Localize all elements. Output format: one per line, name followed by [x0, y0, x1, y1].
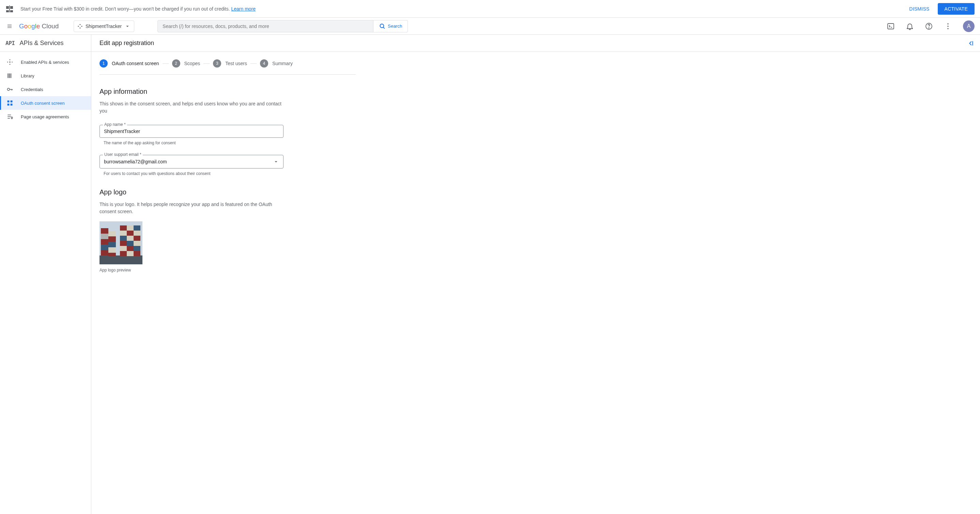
- sidebar-item-credentials[interactable]: Credentials: [0, 83, 91, 96]
- app-logo-desc: This is your logo. It helps people recog…: [100, 201, 283, 215]
- sidebar: API APIs & Services Enabled APIs & servi…: [0, 35, 91, 514]
- svg-point-9: [80, 24, 80, 25]
- svg-point-19: [947, 23, 949, 24]
- help-icon[interactable]: [925, 22, 933, 30]
- step-oauth-consent[interactable]: 1 OAuth consent screen: [100, 59, 159, 67]
- svg-rect-59: [127, 231, 134, 236]
- search-container: Search: [158, 20, 408, 32]
- app-information-section: App information This shows in the consen…: [100, 75, 356, 176]
- svg-rect-29: [11, 73, 11, 78]
- sidebar-item-label: Page usage agreements: [21, 114, 69, 120]
- page-usage-icon: [6, 113, 13, 120]
- svg-rect-62: [127, 236, 134, 241]
- project-icon: [77, 24, 83, 29]
- sidebar-item-enabled-apis[interactable]: Enabled APIs & services: [0, 55, 91, 69]
- menu-icon[interactable]: [5, 22, 14, 30]
- app-name-label: App name *: [103, 122, 127, 127]
- notifications-icon[interactable]: [906, 22, 914, 30]
- svg-rect-69: [134, 246, 140, 251]
- more-icon[interactable]: [944, 22, 952, 30]
- api-logo: API: [5, 40, 15, 46]
- step-label: Scopes: [185, 61, 200, 66]
- main-header: Edit app registration: [91, 35, 980, 52]
- svg-rect-66: [134, 241, 140, 246]
- credentials-icon: [6, 86, 13, 93]
- search-button-label: Search: [388, 24, 402, 29]
- step-divider: [162, 64, 169, 64]
- svg-rect-51: [108, 236, 116, 242]
- app-logo-heading: App logo: [100, 188, 356, 196]
- svg-point-24: [10, 64, 11, 65]
- svg-rect-4: [9, 5, 10, 12]
- sidebar-item-label: Library: [21, 73, 34, 78]
- sidebar-item-page-usage[interactable]: Page usage agreements: [0, 110, 91, 123]
- svg-rect-27: [8, 73, 8, 78]
- svg-rect-3: [10, 10, 13, 12]
- svg-rect-28: [9, 73, 10, 78]
- support-email-field: User support email * burrowsamelia72@gma…: [100, 155, 283, 169]
- support-email-value: burrowsamelia72@gmail.com: [104, 159, 167, 164]
- svg-line-14: [383, 27, 385, 28]
- sidebar-title: APIs & Services: [19, 40, 64, 47]
- svg-rect-34: [8, 101, 10, 103]
- sidebar-item-oauth-consent[interactable]: OAuth consent screen: [0, 96, 91, 110]
- svg-rect-44: [100, 255, 142, 264]
- avatar[interactable]: A: [963, 21, 975, 32]
- learn-more-link[interactable]: Learn more: [231, 6, 256, 11]
- svg-rect-2: [6, 10, 9, 12]
- support-email-select[interactable]: burrowsamelia72@gmail.com: [100, 155, 283, 169]
- app-information-heading: App information: [100, 88, 356, 96]
- page-title: Edit app registration: [100, 40, 154, 47]
- svg-rect-67: [120, 246, 127, 251]
- step-number: 1: [100, 59, 108, 67]
- svg-rect-35: [11, 101, 13, 103]
- project-name: ShipmentTracker: [86, 24, 122, 29]
- svg-rect-52: [108, 242, 116, 247]
- search-box[interactable]: [158, 20, 374, 32]
- project-selector[interactable]: ShipmentTracker: [73, 21, 134, 32]
- svg-rect-71: [127, 251, 134, 256]
- stepper: 1 OAuth consent screen 2 Scopes 3 Test u…: [100, 52, 356, 75]
- step-scopes[interactable]: 2 Scopes: [172, 59, 200, 67]
- google-cloud-logo[interactable]: Google Cloud: [19, 22, 61, 30]
- step-summary[interactable]: 4 Summary: [260, 59, 293, 67]
- svg-rect-46: [101, 234, 108, 239]
- step-number: 2: [172, 59, 180, 67]
- svg-point-22: [9, 61, 11, 63]
- dropdown-caret-icon: [273, 159, 279, 165]
- dismiss-button[interactable]: DISMISS: [905, 3, 933, 14]
- svg-rect-57: [134, 225, 140, 231]
- app-logo-caption: App logo preview: [100, 268, 356, 273]
- cloud-shell-icon[interactable]: [887, 22, 895, 30]
- step-label: OAuth consent screen: [112, 61, 159, 66]
- svg-rect-64: [120, 241, 127, 246]
- sidebar-item-library[interactable]: Library: [0, 69, 91, 83]
- banner-text: Start your Free Trial with $300 in credi…: [21, 6, 905, 11]
- step-divider: [204, 64, 210, 64]
- svg-point-30: [8, 88, 10, 91]
- sidebar-header[interactable]: API APIs & Services: [0, 35, 91, 52]
- svg-point-26: [11, 62, 13, 63]
- trial-banner: Start your Free Trial with $300 in credi…: [0, 0, 980, 18]
- svg-rect-63: [134, 236, 140, 241]
- search-button[interactable]: Search: [374, 20, 408, 32]
- step-test-users[interactable]: 3 Test users: [213, 59, 247, 67]
- svg-point-18: [929, 28, 929, 28]
- svg-rect-68: [127, 246, 134, 251]
- svg-text:Google Cloud: Google Cloud: [19, 22, 59, 30]
- collapse-panel-icon[interactable]: [967, 40, 975, 47]
- svg-rect-53: [108, 247, 116, 253]
- app-header: Google Cloud ShipmentTracker Search A: [0, 18, 980, 35]
- activate-button[interactable]: ACTIVATE: [938, 3, 975, 15]
- svg-point-20: [947, 26, 949, 27]
- app-name-helper: The name of the app asking for consent: [103, 140, 356, 145]
- svg-rect-55: [120, 225, 127, 231]
- svg-rect-36: [8, 104, 10, 106]
- svg-rect-56: [127, 225, 134, 231]
- search-input[interactable]: [162, 24, 368, 29]
- sidebar-item-label: OAuth consent screen: [21, 101, 65, 106]
- avatar-initial: A: [967, 23, 971, 29]
- app-name-input[interactable]: [100, 125, 283, 138]
- app-logo-preview-image: [100, 221, 142, 264]
- svg-rect-47: [101, 239, 108, 244]
